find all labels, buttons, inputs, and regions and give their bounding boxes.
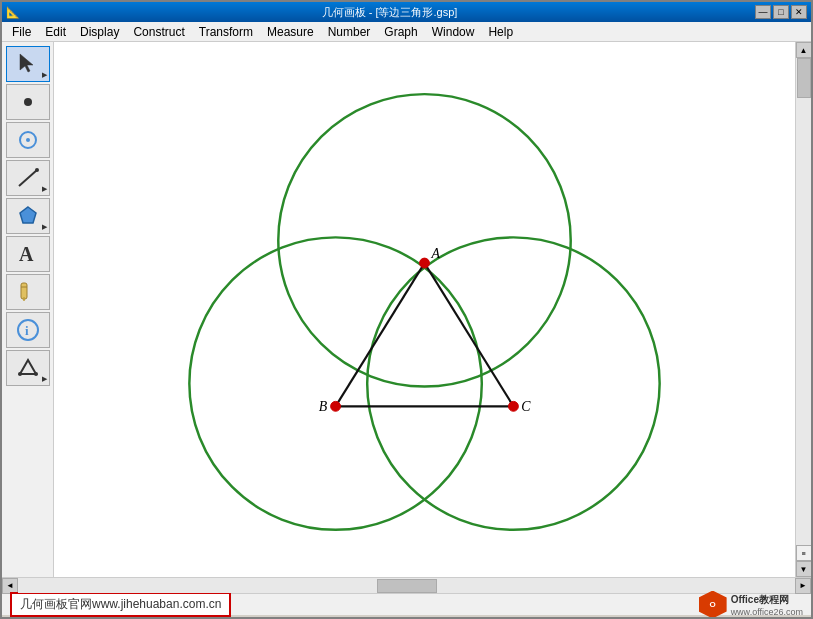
menu-item-help[interactable]: Help: [482, 23, 519, 41]
watermark-text: 几何画板官网www.jihehuaban.com.cn: [10, 592, 231, 617]
geometry-canvas: A B C: [54, 42, 795, 577]
point-c[interactable]: [508, 401, 518, 411]
label-c: C: [521, 399, 531, 414]
compass-tool[interactable]: [6, 122, 50, 158]
circle-right[interactable]: [367, 237, 659, 529]
svg-point-5: [35, 168, 39, 172]
polygon-tool[interactable]: ▶: [6, 198, 50, 234]
menu-item-transform[interactable]: Transform: [193, 23, 259, 41]
svg-line-4: [19, 170, 37, 186]
point-b[interactable]: [331, 401, 341, 411]
marker-tool[interactable]: [6, 274, 50, 310]
polygon-tool-arrow: ▶: [42, 223, 47, 231]
status-left: 几何画板官网www.jihehuaban.com.cn: [10, 592, 231, 617]
menu-item-measure[interactable]: Measure: [261, 23, 320, 41]
circle-left[interactable]: [189, 237, 481, 529]
minimize-button[interactable]: —: [755, 5, 771, 19]
custom-tool-arrow: ▶: [42, 375, 47, 383]
scroll-track-right[interactable]: [796, 58, 811, 545]
status-bar: 几何画板官网www.jihehuaban.com.cn O Office教程网 …: [2, 593, 811, 615]
menu-item-construct[interactable]: Construct: [127, 23, 190, 41]
point-a[interactable]: [420, 258, 430, 268]
title-text: 几何画板 - [等边三角形.gsp]: [24, 5, 755, 20]
office-branding: O Office教程网 www.office26.com: [699, 591, 803, 619]
label-b: B: [319, 399, 328, 414]
scroll-up-button[interactable]: ▲: [796, 42, 812, 58]
app-icon: 📐: [6, 6, 20, 19]
menu-item-number[interactable]: Number: [322, 23, 377, 41]
bottom-scrollbar: ◄ ►: [2, 577, 811, 593]
scroll-thumb-bottom[interactable]: [377, 579, 437, 593]
point-tool[interactable]: [6, 84, 50, 120]
custom-tool[interactable]: ▶: [6, 350, 50, 386]
line-tool[interactable]: ▶: [6, 160, 50, 196]
toolbar: ▶ ▶ ▶: [2, 42, 54, 577]
menu-item-file[interactable]: File: [6, 23, 37, 41]
scroll-thumb-right[interactable]: [797, 58, 811, 98]
svg-point-3: [26, 138, 30, 142]
right-scrollbar: ▲ ≡ ▼: [795, 42, 811, 577]
scroll-down-button[interactable]: ▼: [796, 561, 812, 577]
canvas-area[interactable]: A B C: [54, 42, 795, 577]
office-hex-icon: O: [699, 591, 727, 619]
close-button[interactable]: ✕: [791, 5, 807, 19]
menu-item-display[interactable]: Display: [74, 23, 125, 41]
menu-item-window[interactable]: Window: [426, 23, 481, 41]
svg-point-1: [24, 98, 32, 106]
maximize-button[interactable]: □: [773, 5, 789, 19]
window-controls[interactable]: — □ ✕: [755, 5, 807, 19]
line-tool-arrow: ▶: [42, 185, 47, 193]
title-bar: 📐 几何画板 - [等边三角形.gsp] — □ ✕: [2, 2, 811, 22]
main-area: ▶ ▶ ▶: [2, 42, 811, 577]
scroll-track-bottom[interactable]: [18, 578, 795, 593]
svg-text:A: A: [19, 243, 34, 265]
svg-text:i: i: [25, 323, 29, 338]
select-tool-arrow: ▶: [42, 71, 47, 79]
svg-point-15: [34, 372, 38, 376]
menu-bar: FileEditDisplayConstructTransformMeasure…: [2, 22, 811, 42]
svg-point-14: [18, 372, 22, 376]
svg-marker-0: [20, 54, 33, 72]
text-tool[interactable]: A: [6, 236, 50, 272]
menu-item-graph[interactable]: Graph: [378, 23, 423, 41]
svg-rect-9: [23, 297, 25, 301]
office-text: Office教程网 www.office26.com: [731, 593, 803, 617]
info-tool[interactable]: i: [6, 312, 50, 348]
svg-rect-8: [21, 283, 27, 299]
label-a: A: [430, 246, 440, 261]
svg-marker-13: [20, 360, 36, 374]
office-site-name: Office教程网: [731, 593, 803, 607]
scroll-grip-right[interactable]: ≡: [796, 545, 812, 561]
office-domain: www.office26.com: [731, 607, 803, 617]
circle-top[interactable]: [278, 94, 570, 386]
svg-marker-6: [20, 207, 36, 223]
select-tool[interactable]: ▶: [6, 46, 50, 82]
menu-item-edit[interactable]: Edit: [39, 23, 72, 41]
